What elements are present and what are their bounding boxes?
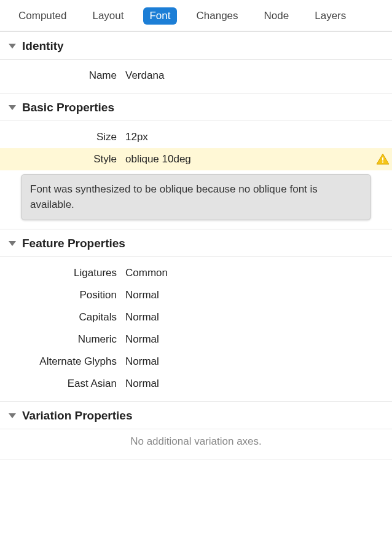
tab-bar: Computed Layout Font Changes Node Layers <box>0 0 392 31</box>
property-value[interactable]: Normal <box>125 333 392 346</box>
property-label: Capitals <box>0 311 125 324</box>
section-basic-body: Size 12px Style oblique 10deg Font was s… <box>0 121 392 220</box>
property-label: Numeric <box>0 333 125 346</box>
property-value[interactable]: Normal <box>125 378 392 390</box>
section-identity-body: Name Verdana <box>0 60 392 93</box>
property-value[interactable]: Verdana <box>125 69 392 82</box>
section-identity-header[interactable]: Identity <box>0 31 392 60</box>
property-label: Alternate Glyphs <box>0 355 125 368</box>
section-feature-header[interactable]: Feature Properties <box>0 229 392 257</box>
section-variation-header[interactable]: Variation Properties <box>0 401 392 429</box>
property-value[interactable]: Normal <box>125 355 392 368</box>
tab-font[interactable]: Font <box>143 7 176 25</box>
property-row: Numeric Normal <box>0 328 392 351</box>
property-value[interactable]: 12px <box>125 131 392 143</box>
property-row: Position Normal <box>0 284 392 306</box>
tab-computed[interactable]: Computed <box>12 7 73 25</box>
section-title: Identity <box>22 39 64 53</box>
property-value[interactable]: oblique 10deg <box>125 153 392 165</box>
property-row: Name Verdana <box>0 65 392 87</box>
svg-rect-1 <box>382 162 383 163</box>
chevron-down-icon <box>9 44 16 49</box>
property-row: Size 12px <box>0 126 392 148</box>
section-title: Basic Properties <box>22 101 114 114</box>
property-value[interactable]: Normal <box>125 311 392 324</box>
section-title: Variation Properties <box>22 409 133 423</box>
variation-empty-message: No additional variation axes. <box>0 429 392 459</box>
warning-icon[interactable] <box>374 150 392 169</box>
property-value[interactable]: Common <box>125 267 392 279</box>
property-label: Ligatures <box>0 267 125 279</box>
warning-tooltip: Font was synthesized to be oblique becau… <box>21 174 371 220</box>
property-row-warning: Style oblique 10deg <box>0 148 392 170</box>
property-row: East Asian Normal <box>0 373 392 395</box>
property-value[interactable]: Normal <box>125 289 392 301</box>
chevron-down-icon <box>9 413 16 418</box>
property-label: Name <box>0 69 125 82</box>
section-title: Feature Properties <box>22 237 125 250</box>
property-row: Ligatures Common <box>0 262 392 284</box>
svg-rect-0 <box>382 157 383 161</box>
property-label: East Asian <box>0 378 125 390</box>
tab-changes[interactable]: Changes <box>190 7 245 25</box>
property-label: Size <box>0 131 125 143</box>
property-row: Alternate Glyphs Normal <box>0 351 392 373</box>
chevron-down-icon <box>9 241 16 246</box>
property-label: Position <box>0 289 125 301</box>
property-row: Capitals Normal <box>0 306 392 328</box>
section-feature-body: Ligatures Common Position Normal Capital… <box>0 257 392 401</box>
tab-layers[interactable]: Layers <box>308 7 352 25</box>
section-basic-header[interactable]: Basic Properties <box>0 93 392 121</box>
chevron-down-icon <box>9 105 16 110</box>
tab-layout[interactable]: Layout <box>86 7 130 25</box>
tab-node[interactable]: Node <box>258 7 296 25</box>
property-label: Style <box>0 153 125 165</box>
